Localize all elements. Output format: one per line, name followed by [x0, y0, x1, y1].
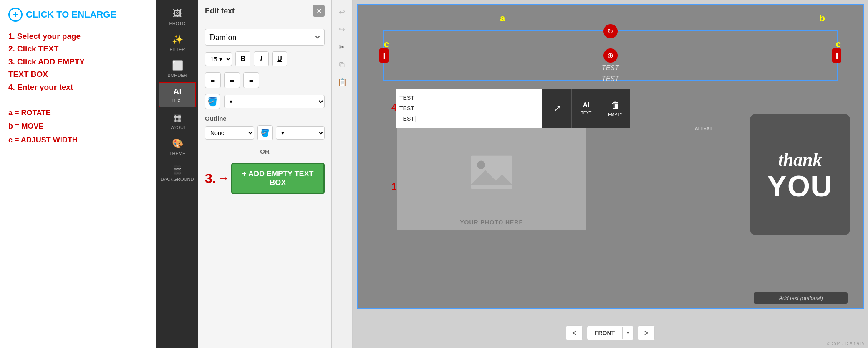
font-size-select[interactable]: 15 ▾	[205, 52, 232, 66]
canvas-nav: < FRONT ▾ >	[566, 322, 655, 344]
canvas-test-text: TEST TEST	[602, 63, 619, 84]
inline-text-area[interactable]: TEST TEST TEST|	[396, 89, 542, 128]
prev-page-button[interactable]: <	[566, 325, 583, 340]
text-icon: AI	[173, 87, 182, 97]
ai-text-icon: AI	[583, 102, 590, 109]
inline-text-line1: TEST	[399, 93, 539, 103]
align-right-button[interactable]: ≡	[243, 72, 259, 88]
tool-border[interactable]: ⬜ BORDER	[159, 56, 196, 81]
inline-empty-label: EMPTY	[608, 112, 622, 117]
enlarge-button[interactable]: + CLICK TO ENLARGE	[8, 8, 148, 22]
tool-layout-label: LAYOUT	[168, 125, 186, 130]
thank-you-card: thank YOU	[750, 114, 850, 235]
tool-photo[interactable]: 🖼 PHOTO	[159, 4, 196, 29]
align-left-button[interactable]: ≡	[205, 72, 221, 88]
edit-panel-content: Damion 15 ▾ B I U ≡ ≡ ≡ 🪣 ▾ Outline	[198, 22, 331, 348]
outline-select[interactable]: None	[205, 126, 254, 140]
copyright-text: © 2019 · 12.5.1.919	[827, 342, 864, 346]
tool-layout[interactable]: ▦ LAYOUT	[159, 108, 196, 133]
font-family-select[interactable]: Damion	[205, 29, 325, 46]
instructions-block: 1. Select your page 2. Click TEXT 3. Cli…	[8, 30, 148, 94]
edit-text-panel: Edit text ✕ Damion 15 ▾ B I U ≡ ≡ ≡ 🪣 ▾	[198, 0, 332, 348]
align-controls: ≡ ≡ ≡	[205, 72, 325, 88]
tool-background-label: BACKGROUND	[161, 177, 194, 182]
step1-text: 1. Select your page	[8, 30, 148, 43]
step4-text: 4. Enter your text	[8, 81, 148, 94]
tool-background[interactable]: ▒ BACKGROUND	[159, 160, 196, 185]
theme-icon: 🎨	[172, 138, 183, 149]
outline-width-select[interactable]: ▾	[276, 126, 325, 140]
tool-photo-label: PHOTO	[169, 21, 186, 26]
inline-actions: ⤢ AI TEXT 🗑 EMPTY	[542, 89, 630, 128]
tool-filter-label: FILTER	[169, 47, 185, 52]
border-icon: ⬜	[172, 60, 183, 71]
thank-you-text: thank YOU	[767, 147, 833, 203]
tool-theme[interactable]: 🎨 THEME	[159, 134, 196, 159]
move-handle[interactable]: ⊕	[603, 48, 618, 63]
width-handle-left[interactable]: ‖	[379, 48, 389, 63]
photo-label: YOUR PHOTO HERE	[460, 219, 523, 226]
inline-edit-popup[interactable]: TEST TEST TEST| ⤢ AI TEXT 🗑 EMPTY	[396, 89, 630, 128]
copy-button[interactable]: ⧉	[334, 57, 350, 73]
background-icon: ▒	[174, 164, 181, 175]
redo-button[interactable]: ↪	[334, 22, 350, 38]
step2-text: 2. Click TEXT	[8, 43, 148, 55]
bold-button[interactable]: B	[235, 51, 250, 66]
tool-filter[interactable]: ✨ FILTER	[159, 30, 196, 55]
enlarge-icon: +	[8, 8, 23, 22]
add-empty-textbox-button[interactable]: + ADD EMPTY TEXT BOX	[231, 163, 325, 194]
add-text-optional[interactable]: Add text (optional)	[754, 292, 848, 304]
page-dropdown-button[interactable]: ▾	[622, 327, 633, 339]
outline-label: Outline	[205, 115, 325, 122]
thank-word: thank	[778, 150, 822, 170]
rotate-handle[interactable]: ↻	[603, 24, 618, 38]
enlarge-label: CLICK TO ENLARGE	[26, 9, 116, 20]
step3-text: 3. Click ADD EMPTY	[8, 56, 148, 68]
ai-text-sidebar-label: AI TEXT	[695, 126, 712, 131]
resize-icon: ⤢	[553, 103, 561, 114]
label-b: b	[820, 13, 825, 24]
color-bucket-button[interactable]: 🪣	[205, 94, 220, 109]
or-divider: OR	[205, 148, 325, 155]
legend-c: c = ADJUST WIDTH	[8, 133, 148, 147]
italic-button[interactable]: I	[254, 51, 269, 66]
tool-text-label: TEXT	[172, 98, 183, 103]
legend-b: b = MOVE	[8, 119, 148, 133]
layout-icon: ▦	[173, 112, 182, 123]
canvas-area: a b c c ↻ ⊕ ‖ ‖ TEST TEST	[353, 0, 868, 348]
outline-color-button[interactable]: 🪣	[257, 125, 273, 140]
right-mini-toolbar: ↩ ↪ ✂ ⧉ 📋	[332, 0, 353, 348]
you-word: YOU	[767, 170, 833, 203]
canvas-wrapper: a b c c ↻ ⊕ ‖ ‖ TEST TEST	[357, 4, 864, 322]
trash-icon: 🗑	[611, 100, 620, 111]
tool-text[interactable]: AI TEXT	[159, 82, 196, 107]
inline-resize-button[interactable]: ⤢	[542, 89, 571, 128]
svg-point-1	[477, 161, 485, 169]
paste-button[interactable]: 📋	[334, 74, 350, 90]
tool-sidebar: 🖼 PHOTO ✨ FILTER ⬜ BORDER AI TEXT ▦ LAYO…	[156, 0, 198, 348]
filter-icon: ✨	[172, 34, 183, 45]
step3-annotation-wrapper: 3. → + ADD EMPTY TEXT BOX	[205, 163, 325, 194]
undo-button[interactable]: ↩	[334, 4, 350, 20]
step3-num: 3.	[205, 171, 216, 186]
text-box-selected[interactable]: ↻ ⊕ ‖ ‖ TEST TEST	[383, 30, 838, 81]
tool-border-label: BORDER	[167, 73, 187, 78]
align-center-button[interactable]: ≡	[224, 72, 240, 88]
color-dropdown[interactable]: ▾	[224, 95, 325, 108]
underline-button[interactable]: U	[272, 51, 287, 66]
label-c-right: c	[836, 39, 841, 50]
width-handle-right[interactable]: ‖	[832, 48, 841, 63]
outline-row: None 🪣 ▾	[205, 125, 325, 140]
outline-section: Outline None 🪣 ▾	[205, 115, 325, 140]
canvas-content[interactable]: a b c c ↻ ⊕ ‖ ‖ TEST TEST	[357, 4, 864, 309]
legend-block: a = ROTATE b = MOVE c = ADJUST WIDTH	[8, 106, 148, 147]
next-page-button[interactable]: >	[638, 325, 655, 340]
inline-text-ai-button[interactable]: AI TEXT	[571, 89, 601, 128]
cut-button[interactable]: ✂	[334, 39, 350, 55]
inline-text-line3: TEST|	[399, 114, 539, 124]
step3-arrow-icon: →	[218, 172, 230, 185]
left-instruction-panel: + CLICK TO ENLARGE 1. Select your page 2…	[0, 0, 156, 348]
close-button[interactable]: ✕	[313, 5, 325, 17]
photo-placeholder-icon	[471, 156, 512, 191]
inline-empty-button[interactable]: 🗑 EMPTY	[601, 89, 630, 128]
